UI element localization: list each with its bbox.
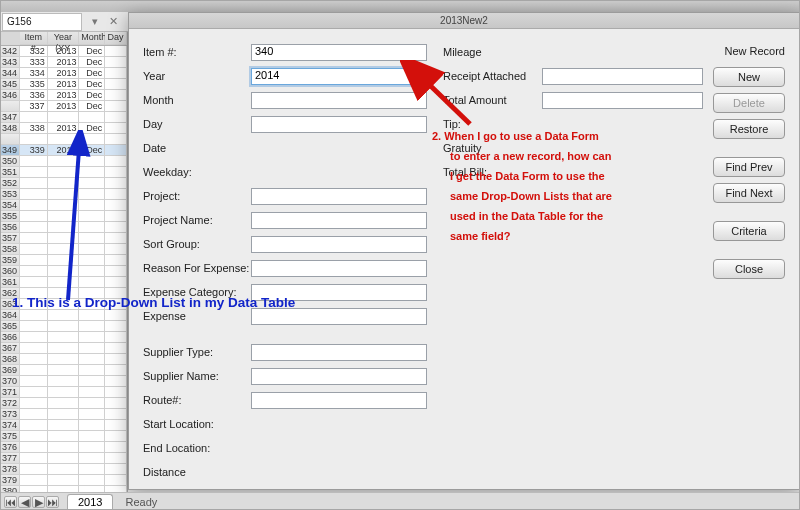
reason-field[interactable] (251, 260, 427, 277)
row-header[interactable]: 357 (0, 233, 20, 244)
cell[interactable] (105, 387, 127, 398)
criteria-button[interactable]: Criteria (713, 221, 785, 241)
cell[interactable] (48, 387, 80, 398)
cell[interactable]: 338 (20, 123, 48, 134)
category-field[interactable] (251, 284, 427, 301)
cell[interactable] (105, 255, 127, 266)
cell[interactable] (20, 464, 48, 475)
cell[interactable] (105, 343, 127, 354)
cell[interactable] (105, 178, 127, 189)
cell[interactable] (79, 453, 105, 464)
cell[interactable] (48, 189, 80, 200)
row-header[interactable]: 369 (0, 365, 20, 376)
row-header[interactable]: 342 (0, 46, 20, 57)
cell[interactable] (20, 343, 48, 354)
cell[interactable] (79, 310, 105, 321)
spreadsheet[interactable]: Item # Year (YY Month Day 3423322013Dec3… (0, 32, 128, 492)
cell[interactable] (79, 288, 105, 299)
cell[interactable] (48, 233, 80, 244)
cell[interactable] (48, 475, 80, 486)
row-header[interactable]: 371 (0, 387, 20, 398)
cell[interactable] (48, 398, 80, 409)
new-button[interactable]: New (713, 67, 785, 87)
cell[interactable] (79, 464, 105, 475)
cell[interactable]: 2013 (48, 57, 80, 68)
cell[interactable]: 337 (20, 101, 48, 112)
row-header[interactable]: 374 (0, 420, 20, 431)
cell[interactable] (48, 222, 80, 233)
cell[interactable]: 2013 (48, 68, 80, 79)
cell[interactable] (79, 343, 105, 354)
cell[interactable] (105, 211, 127, 222)
restore-button[interactable]: Restore (713, 119, 785, 139)
cell[interactable] (105, 310, 127, 321)
cell[interactable] (48, 409, 80, 420)
col-header-month[interactable]: Month (79, 32, 105, 45)
cell[interactable] (20, 233, 48, 244)
cell[interactable]: 339 (20, 145, 48, 156)
cell[interactable] (105, 167, 127, 178)
cell[interactable] (20, 475, 48, 486)
cell[interactable] (20, 453, 48, 464)
cell[interactable] (48, 321, 80, 332)
cell[interactable] (79, 200, 105, 211)
row-header[interactable]: 362 (0, 288, 20, 299)
cell[interactable] (20, 321, 48, 332)
supplier-name-field[interactable] (251, 368, 427, 385)
cell[interactable] (105, 299, 127, 310)
cell[interactable] (105, 79, 127, 90)
cell[interactable]: Dec (79, 90, 105, 101)
row-header[interactable]: 346 (0, 90, 20, 101)
cell[interactable] (79, 420, 105, 431)
cell[interactable] (48, 420, 80, 431)
row-header[interactable]: 375 (0, 431, 20, 442)
cell[interactable] (20, 156, 48, 167)
cell[interactable]: Dec (79, 101, 105, 112)
day-field[interactable] (251, 116, 427, 133)
cell[interactable] (79, 167, 105, 178)
cell[interactable]: 2013 (48, 145, 80, 156)
cell[interactable] (20, 277, 48, 288)
name-box[interactable]: G156 (2, 13, 82, 31)
row-header[interactable]: 378 (0, 464, 20, 475)
cell[interactable]: Dec (79, 145, 105, 156)
find-next-button[interactable]: Find Next (713, 183, 785, 203)
cell[interactable] (20, 420, 48, 431)
row-header[interactable] (0, 101, 20, 112)
cell[interactable] (48, 376, 80, 387)
cell[interactable] (79, 112, 105, 123)
tab-first-icon[interactable]: ⏮ (4, 496, 17, 508)
tab-prev-icon[interactable]: ◀ (18, 496, 31, 508)
row-header[interactable]: 351 (0, 167, 20, 178)
cell[interactable] (20, 189, 48, 200)
cell[interactable]: 2013 (48, 123, 80, 134)
cell[interactable] (79, 332, 105, 343)
row-header[interactable]: 354 (0, 200, 20, 211)
cell[interactable]: 333 (20, 57, 48, 68)
cell[interactable] (105, 398, 127, 409)
cell[interactable] (105, 332, 127, 343)
cell[interactable] (105, 475, 127, 486)
cell[interactable] (48, 200, 80, 211)
cell[interactable]: 2013 (48, 90, 80, 101)
cell[interactable] (20, 288, 48, 299)
item-field[interactable]: 340 (251, 44, 427, 61)
cell[interactable] (79, 398, 105, 409)
row-header[interactable]: 350 (0, 156, 20, 167)
row-header[interactable]: 368 (0, 354, 20, 365)
cell[interactable]: 2013 (48, 79, 80, 90)
row-header[interactable]: 344 (0, 68, 20, 79)
cell[interactable] (48, 464, 80, 475)
cell[interactable] (105, 365, 127, 376)
supplier-type-field[interactable] (251, 344, 427, 361)
cell[interactable]: Dec (79, 123, 105, 134)
cell[interactable] (48, 178, 80, 189)
cell[interactable] (105, 376, 127, 387)
tab-next-icon[interactable]: ▶ (32, 496, 45, 508)
cell[interactable] (79, 409, 105, 420)
cell[interactable] (20, 431, 48, 442)
row-header[interactable]: 367 (0, 343, 20, 354)
row-header[interactable]: 359 (0, 255, 20, 266)
cell[interactable] (105, 453, 127, 464)
project-name-field[interactable] (251, 212, 427, 229)
